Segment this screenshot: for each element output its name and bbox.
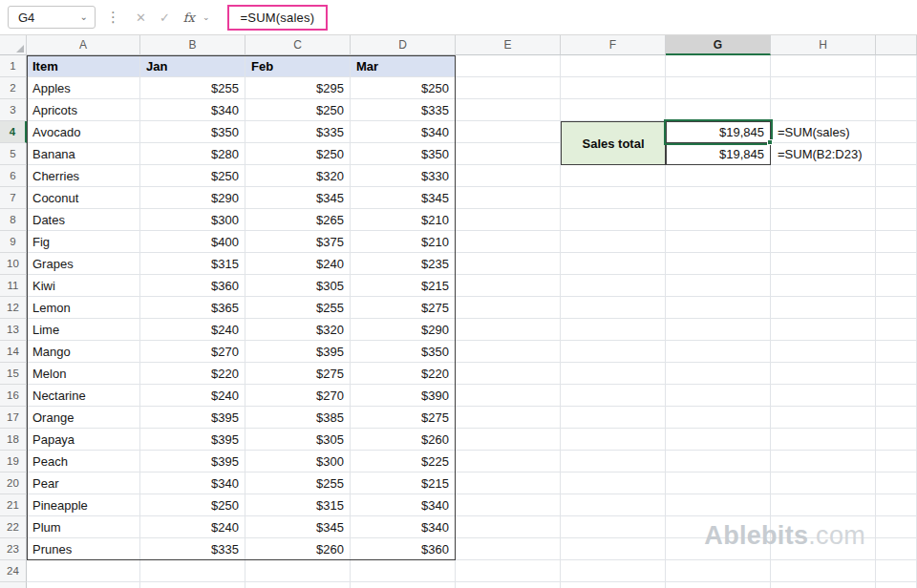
cell-A14[interactable]: Mango [27, 341, 140, 363]
cell-F25[interactable] [561, 582, 666, 588]
cell-G3[interactable] [666, 99, 771, 121]
cell-A23[interactable]: Prunes [27, 538, 140, 560]
cell-G13[interactable] [666, 319, 771, 341]
cell-I22[interactable] [876, 516, 917, 538]
cell-F7[interactable] [561, 187, 666, 209]
cell-F19[interactable] [561, 451, 666, 472]
cell-A21[interactable]: Pineapple [27, 494, 140, 516]
cell-A5[interactable]: Banana [27, 143, 140, 165]
cell-I17[interactable] [876, 407, 917, 429]
row-header-14[interactable]: 14 [0, 341, 27, 363]
row-header-21[interactable]: 21 [0, 494, 27, 516]
row-header-16[interactable]: 16 [0, 385, 27, 407]
row-header-19[interactable]: 19 [0, 451, 27, 472]
cell-B13[interactable]: $240 [140, 319, 245, 341]
cell-G23[interactable] [666, 538, 771, 560]
cell-B20[interactable]: $340 [140, 472, 245, 494]
cell-C22[interactable]: $345 [245, 516, 351, 538]
fill-handle[interactable] [767, 139, 773, 145]
cell-D22[interactable]: $340 [351, 516, 456, 538]
cell-A2[interactable]: Apples [27, 77, 140, 99]
cell-E3[interactable] [456, 99, 561, 121]
cell-C6[interactable]: $320 [245, 165, 351, 187]
cell-D3[interactable]: $335 [351, 99, 456, 121]
cell-B14[interactable]: $270 [140, 341, 245, 363]
cell-F22[interactable] [561, 516, 666, 538]
cell-H22[interactable] [771, 516, 876, 538]
cell-D7[interactable]: $345 [351, 187, 456, 209]
cell-I2[interactable] [876, 77, 917, 99]
row-header-10[interactable]: 10 [0, 253, 27, 275]
cell-G16[interactable] [666, 385, 771, 407]
row-header-7[interactable]: 7 [0, 187, 27, 209]
cell-H9[interactable] [771, 231, 876, 253]
chevron-down-icon[interactable]: ⌄ [80, 12, 88, 22]
cell-E18[interactable] [456, 429, 561, 451]
cell-C24[interactable] [245, 560, 351, 582]
cell-G12[interactable] [666, 297, 771, 319]
row-header-1[interactable]: 1 [0, 55, 27, 77]
cell-A7[interactable]: Coconut [27, 187, 140, 209]
cell-E9[interactable] [456, 231, 561, 253]
cell-C23[interactable]: $260 [245, 538, 351, 560]
cell-C14[interactable]: $395 [245, 341, 351, 363]
cell-F21[interactable] [561, 494, 666, 516]
column-header-H[interactable]: H [771, 35, 876, 55]
cell-C10[interactable]: $240 [245, 253, 351, 275]
row-header-3[interactable]: 3 [0, 99, 27, 121]
cell-A11[interactable]: Kiwi [27, 275, 140, 297]
column-header-F[interactable]: F [561, 35, 666, 55]
cell-I15[interactable] [876, 363, 917, 385]
cell-F9[interactable] [561, 231, 666, 253]
cell-F8[interactable] [561, 209, 666, 231]
cell-H25[interactable] [771, 582, 876, 588]
cancel-icon[interactable]: ✕ [136, 10, 146, 25]
cell-B7[interactable]: $290 [140, 187, 245, 209]
cell-C19[interactable]: $300 [245, 451, 351, 472]
row-header-2[interactable]: 2 [0, 77, 27, 99]
cell-E19[interactable] [456, 451, 561, 472]
row-header-25[interactable]: 25 [0, 582, 27, 588]
cell-I6[interactable] [876, 165, 917, 187]
select-all-corner[interactable] [0, 35, 27, 55]
cell-C9[interactable]: $375 [245, 231, 351, 253]
cell-H23[interactable] [771, 538, 876, 560]
cell-G6[interactable] [666, 165, 771, 187]
cell-I13[interactable] [876, 319, 917, 341]
cell-D4[interactable]: $340 [351, 121, 456, 143]
cell-E21[interactable] [456, 494, 561, 516]
cell-E6[interactable] [456, 165, 561, 187]
cell-C17[interactable]: $385 [245, 407, 351, 429]
row-header-20[interactable]: 20 [0, 472, 27, 494]
cell-G11[interactable] [666, 275, 771, 297]
column-header-E[interactable]: E [456, 35, 561, 55]
cell-F13[interactable] [561, 319, 666, 341]
cell-G7[interactable] [666, 187, 771, 209]
cell-A13[interactable]: Lime [27, 319, 140, 341]
cell-G4-value[interactable]: $19,845 [666, 121, 771, 143]
cell-E2[interactable] [456, 77, 561, 99]
cell-E5[interactable] [456, 143, 561, 165]
cell-I11[interactable] [876, 275, 917, 297]
cell-F12[interactable] [561, 297, 666, 319]
row-header-15[interactable]: 15 [0, 363, 27, 385]
cell-H1[interactable] [771, 55, 876, 77]
row-header-8[interactable]: 8 [0, 209, 27, 231]
cell-I14[interactable] [876, 341, 917, 363]
cell-A6[interactable]: Cherries [27, 165, 140, 187]
chevron-down-icon[interactable]: ⌄ [203, 12, 210, 22]
cell-C21[interactable]: $315 [245, 494, 351, 516]
cell-C11[interactable]: $305 [245, 275, 351, 297]
cell-C2[interactable]: $295 [245, 77, 351, 99]
cell-A20[interactable]: Pear [27, 472, 140, 494]
cell-H6[interactable] [771, 165, 876, 187]
cell-A3[interactable]: Apricots [27, 99, 140, 121]
row-header-13[interactable]: 13 [0, 319, 27, 341]
cell-E1[interactable] [456, 55, 561, 77]
cell-H2[interactable] [771, 77, 876, 99]
cell-G1[interactable] [666, 55, 771, 77]
cell-F17[interactable] [561, 407, 666, 429]
cell-I12[interactable] [876, 297, 917, 319]
cell-I23[interactable] [876, 538, 917, 560]
sales-total-merged-cell[interactable]: Sales total [561, 121, 666, 165]
